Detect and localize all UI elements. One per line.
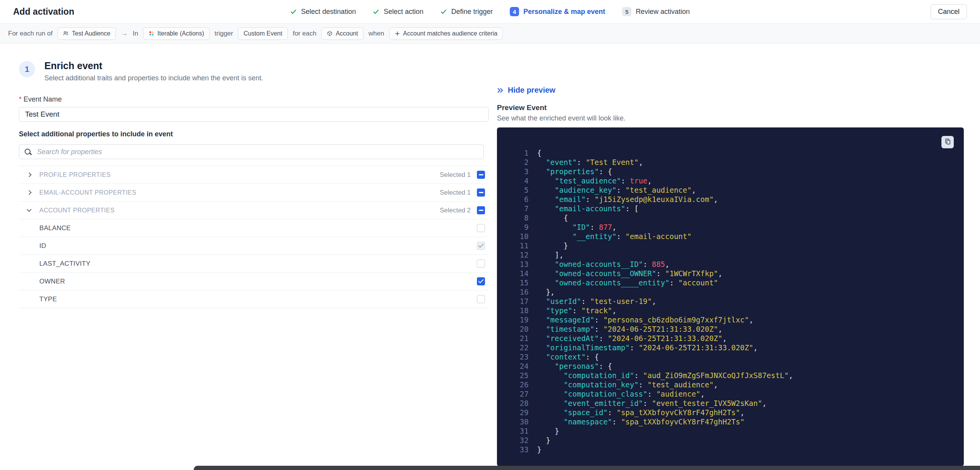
- property-row-owner[interactable]: OWNER: [19, 273, 489, 290]
- step-select-destination[interactable]: Select destination: [290, 8, 356, 16]
- property-row-type[interactable]: TYPE: [19, 290, 489, 308]
- code-line: 3 "properties": {: [512, 167, 956, 176]
- code-line: 4 "test_audience": true,: [512, 176, 956, 185]
- code-line: 6 "email": "j15iZysedp@k1euxaIVia.com",: [512, 195, 956, 204]
- line-number: 24: [512, 361, 529, 371]
- code-line: 26 "computation_key": "test_audience",: [512, 380, 956, 389]
- line-number: 26: [512, 380, 529, 389]
- line-number: 15: [512, 278, 529, 287]
- property-checkbox[interactable]: [477, 295, 485, 303]
- code-text: "receivedAt": "2024-06-25T21:31:33.020Z"…: [537, 334, 727, 343]
- property-checkbox[interactable]: [477, 260, 485, 268]
- group-label: EMAIL-ACCOUNT PROPERTIES: [39, 189, 136, 196]
- code-text: "email": "j15iZysedp@k1euxaIVia.com",: [537, 195, 718, 204]
- destination-chip[interactable]: Iterable (Actions): [143, 27, 210, 40]
- step-label: Personalize & map event: [524, 8, 605, 16]
- code-text: }: [537, 445, 541, 454]
- line-number: 17: [512, 297, 529, 306]
- code-line: 2 "event": "Test Event",: [512, 158, 956, 167]
- code-text: "ID": 877,: [537, 222, 617, 232]
- step-select-action[interactable]: Select action: [373, 8, 423, 16]
- context-text-when: when: [368, 30, 384, 37]
- context-text-in: In: [133, 30, 138, 37]
- property-label: LAST_ACTIVITY: [39, 260, 90, 268]
- code-text: "owned-accounts__ID": 885,: [537, 260, 669, 269]
- chip-label: Account matches audience criteria: [403, 30, 498, 37]
- plus-icon: [395, 31, 400, 36]
- property-checkbox[interactable]: [477, 277, 485, 285]
- cancel-button[interactable]: Cancel: [931, 4, 967, 19]
- selected-count-label: Selected 1: [440, 189, 471, 197]
- section-subtitle: Select additional traits and properties …: [44, 74, 263, 82]
- search-input[interactable]: [36, 148, 478, 156]
- selected-count-label: Selected 2: [440, 207, 471, 214]
- code-text: "audience_key": "test_audience",: [537, 185, 696, 195]
- step-define-trigger[interactable]: Define trigger: [440, 8, 493, 16]
- page-title: Add activation: [13, 7, 74, 17]
- property-row-last-activity[interactable]: LAST_ACTIVITY: [19, 255, 489, 273]
- code-text: "userId": "test-user-19",: [537, 297, 656, 306]
- property-checkbox[interactable]: [477, 224, 485, 232]
- code-text: "namespace": "spa_tXXbfoyvCkY8rF47ghH2Ts…: [537, 417, 745, 426]
- group-checkbox[interactable]: [477, 188, 485, 197]
- line-number: 1: [512, 148, 529, 158]
- code-text: "event_emitter_id": "event_tester_IVX5W2…: [537, 399, 767, 408]
- code-text: }: [537, 241, 568, 250]
- code-text: {: [537, 213, 568, 222]
- code-line: 27 "computation_class": "audience",: [512, 389, 956, 399]
- copy-icon: [944, 138, 951, 146]
- copy-button[interactable]: [941, 136, 954, 148]
- group-checkbox[interactable]: [477, 206, 485, 214]
- step-personalize-map-event[interactable]: 4Personalize & map event: [510, 7, 605, 16]
- property-row-balance[interactable]: BALANCE: [19, 219, 489, 237]
- line-number: 2: [512, 158, 529, 167]
- entity-chip[interactable]: Account: [321, 27, 363, 40]
- line-number: 4: [512, 176, 529, 185]
- line-number: 11: [512, 241, 529, 250]
- search-icon: [24, 148, 32, 156]
- selected-count-label: Selected 1: [440, 171, 471, 179]
- properties-section-label: Select additional properties to include …: [19, 130, 489, 138]
- code-line: 19 "messageId": "personas_cb6zdbo6im9g7x…: [512, 315, 956, 324]
- properties-list: PROFILE PROPERTIESSelected 1EMAIL-ACCOUN…: [19, 166, 489, 308]
- line-number: 25: [512, 371, 529, 380]
- code-text: "context": {: [537, 352, 599, 361]
- code-block: 1{2 "event": "Test Event",3 "properties"…: [497, 127, 964, 466]
- code-line: 25 "computation_id": "aud_ZiO9mZgSFmJNXC…: [512, 371, 956, 380]
- code-line: 10 "__entity": "email-account": [512, 232, 956, 241]
- group-right: Selected 1: [440, 171, 485, 179]
- code-text: "email-accounts": [: [537, 204, 639, 213]
- property-search[interactable]: [19, 144, 484, 159]
- chip-label: Custom Event: [243, 30, 282, 37]
- line-number: 23: [512, 352, 529, 361]
- code-text: "timestamp": "2024-06-25T21:31:33.020Z",: [537, 324, 723, 334]
- property-row-id[interactable]: ID: [19, 237, 489, 255]
- group-checkbox[interactable]: [477, 171, 485, 179]
- code-line: 20 "timestamp": "2024-06-25T21:31:33.020…: [512, 324, 956, 334]
- code-text: "computation_class": "audience",: [537, 389, 705, 399]
- trigger-chip[interactable]: Custom Event: [238, 27, 287, 40]
- property-group-account-properties[interactable]: ACCOUNT PROPERTIESSelected 2: [19, 202, 489, 219]
- line-number: 32: [512, 436, 529, 445]
- property-group-profile-properties[interactable]: PROFILE PROPERTIESSelected 1: [19, 166, 489, 184]
- criteria-chip[interactable]: Account matches audience criteria: [389, 27, 503, 40]
- code-lines: 1{2 "event": "Test Event",3 "properties"…: [512, 148, 956, 454]
- code-line: 1{: [512, 148, 956, 158]
- hide-preview-link[interactable]: Hide preview: [497, 86, 555, 95]
- required-marker: *: [19, 95, 22, 103]
- event-name-input[interactable]: [19, 107, 489, 122]
- audience-chip[interactable]: Test Audience: [57, 27, 116, 40]
- property-group-email-account-properties[interactable]: EMAIL-ACCOUNT PROPERTIESSelected 1: [19, 184, 489, 202]
- property-label: OWNER: [39, 278, 65, 285]
- code-line: 24 "personas": {: [512, 361, 956, 371]
- code-text: "owned-accounts____entity": "account": [537, 278, 718, 287]
- bottom-dock: [194, 466, 980, 470]
- step-review-activation[interactable]: 5Review activation: [622, 7, 690, 16]
- chevron-down-icon: [27, 207, 32, 212]
- code-line: 30 "namespace": "spa_tXXbfoyvCkY8rF47ghH…: [512, 417, 956, 426]
- step-label: Select action: [384, 8, 423, 16]
- group-right: Selected 1: [440, 188, 485, 197]
- enrich-event-section: 1 Enrich event Select additional traits …: [19, 60, 489, 308]
- property-label: TYPE: [39, 295, 57, 303]
- hide-preview-label: Hide preview: [508, 86, 555, 95]
